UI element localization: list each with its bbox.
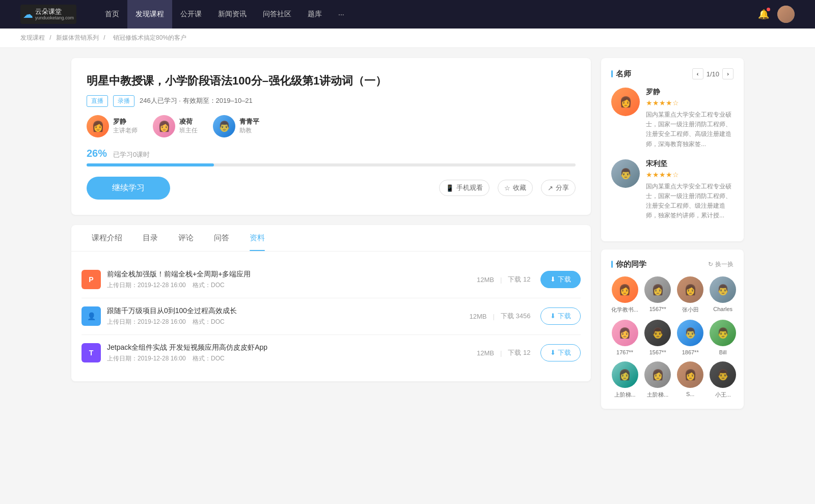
resource-size-0: 12MB: [477, 276, 494, 284]
resource-format-2: 格式：DOC: [193, 355, 225, 362]
download-button-2[interactable]: ⬇ 下载: [540, 344, 581, 361]
refresh-label: 换一换: [715, 260, 734, 269]
nav-item-home[interactable]: 首页: [97, 0, 127, 29]
teacher-role-1: 班主任: [179, 126, 198, 135]
nav-item-quiz[interactable]: 题库: [300, 0, 330, 29]
classmate-avatar-6[interactable]: 👨: [677, 320, 703, 346]
sidebar-teacher-desc-0: 国内某重点大学安全工程专业硕士，国家一级注册消防工程师、注册安全工程师、高级注册…: [646, 110, 734, 149]
breadcrumb-current: 销冠修炼术搞定80%的客户: [113, 34, 186, 41]
tab-content-resources: P 前端全栈加强版！前端全栈+全周期+多端应用 上传日期：2019-12-28 …: [71, 251, 591, 381]
share-button[interactable]: ↗ 分享: [541, 180, 576, 196]
breadcrumb-item-discover[interactable]: 发现课程: [20, 34, 45, 41]
teacher-name-2: 青青平: [239, 117, 259, 126]
sidebar-teacher-details-1: 宋利坚 ★★★★☆ 国内某重点大学安全工程专业硕士，国家一级注册消防工程师、注册…: [646, 159, 734, 221]
continue-learning-button[interactable]: 继续学习: [87, 177, 170, 200]
tab-review[interactable]: 评论: [168, 225, 204, 251]
resource-format-0: 格式：DOC: [193, 282, 225, 289]
sep-1: |: [493, 313, 494, 320]
classmate-avatar-0[interactable]: 👩: [612, 276, 638, 303]
resource-downloads-2: 下载 12: [508, 348, 530, 357]
download-button-1[interactable]: ⬇ 下载: [540, 307, 581, 325]
teacher-info-0: 罗静 主讲老师: [113, 117, 138, 135]
teacher-role-2: 助教: [239, 126, 259, 135]
resource-title-2: Jetpack全组件实战 开发短视频应用高仿皮皮虾App: [107, 343, 477, 352]
progress-percent: 26%: [87, 148, 107, 159]
refresh-icon: ↻: [708, 261, 713, 268]
breadcrumb-item-series[interactable]: 新媒体营销系列: [56, 34, 99, 41]
classmate-item-0: 👩 化学教书...: [611, 276, 638, 314]
left-column: 明星中教授课，小学阶段语法100分–强化级第1讲动词（一） 直播 录播 246人…: [71, 58, 591, 417]
classmate-avatar-1[interactable]: 👩: [644, 276, 671, 303]
teacher-name-0: 罗静: [113, 117, 138, 126]
classmate-face-3: 👨: [710, 276, 736, 303]
resource-title-1: 跟随千万级项目从0到100全过程高效成长: [107, 306, 469, 316]
classmate-avatar-2[interactable]: 👩: [677, 276, 703, 303]
nav-item-qa[interactable]: 问答社区: [255, 0, 300, 29]
sep-2: |: [500, 349, 502, 357]
teachers-prev-button[interactable]: ‹: [692, 68, 703, 79]
teacher-item-0: 👩 罗静 主讲老师: [87, 115, 138, 137]
classmate-avatar-11[interactable]: 👨: [710, 361, 736, 388]
nav-item-more[interactable]: ···: [330, 0, 352, 29]
classmate-avatar-7[interactable]: 👨: [710, 320, 736, 346]
resource-size-1: 12MB: [469, 313, 486, 320]
tab-qa[interactable]: 问答: [204, 225, 239, 251]
tabs-card: 课程介绍 目录 评论 问答 资料 P 前端全栈加强版！前端全栈+全周期+多端应用…: [71, 225, 591, 381]
teacher-avatar-1: 👩: [153, 115, 175, 137]
right-column: 名师 ‹ 1/10 › 👩 罗静 ★★★★☆ 国内某重点大学安全工程专业硕士，国…: [601, 58, 744, 417]
classmate-avatar-3[interactable]: 👨: [710, 276, 736, 303]
classmate-face-5: 👨: [644, 320, 671, 346]
resource-info-2: Jetpack全组件实战 开发短视频应用高仿皮皮虾App 上传日期：2019-1…: [107, 343, 477, 363]
resource-item: P 前端全栈加强版！前端全栈+全周期+多端应用 上传日期：2019-12-28 …: [82, 262, 581, 298]
resource-date-2: 上传日期：2019-12-28 16:00: [107, 355, 186, 362]
action-buttons: 📱 手机观看 ☆ 收藏 ↗ 分享: [439, 180, 576, 196]
course-header-card: 明星中教授课，小学阶段语法100分–强化级第1讲动词（一） 直播 录播 246人…: [71, 58, 591, 215]
nav-item-news[interactable]: 新闻资讯: [210, 0, 255, 29]
classmate-name-1: 1567**: [644, 306, 671, 312]
classmates-sidebar-card: 你的同学 ↻ 换一换 👩 化学教书... 👩 1567**: [601, 249, 744, 409]
classmate-avatar-8[interactable]: 👩: [612, 361, 638, 388]
breadcrumb-sep-1: /: [49, 34, 53, 41]
classmate-item-8: 👩 上阶梯...: [611, 361, 638, 399]
download-button-0[interactable]: ⬇ 下载: [540, 271, 581, 288]
logo-cloud-icon: ☁: [23, 8, 33, 20]
mobile-watch-button[interactable]: 📱 手机观看: [439, 180, 490, 196]
nav-item-discover[interactable]: 发现课程: [127, 0, 172, 29]
tab-catalog[interactable]: 目录: [132, 225, 168, 251]
resource-stats-1: 12MB | 下载 3456: [469, 312, 530, 321]
teacher-avatar-0: 👩: [87, 115, 109, 137]
notification-bell-icon[interactable]: 🔔: [758, 9, 769, 20]
resource-item-1: 👤 跟随千万级项目从0到100全过程高效成长 上传日期：2019-12-28 1…: [82, 298, 581, 335]
nav-item-open[interactable]: 公开课: [172, 0, 210, 29]
tab-intro[interactable]: 课程介绍: [82, 225, 132, 251]
teacher-info-2: 青青平 助教: [239, 117, 259, 135]
teachers-page: 1/10: [707, 70, 719, 78]
sep-0: |: [500, 276, 502, 284]
sidebar-teacher-stars-0: ★★★★☆: [646, 99, 734, 107]
classmate-item-4: 👩 1767**: [611, 320, 638, 355]
breadcrumb-sep-2: /: [103, 34, 107, 41]
tag-recorded: 录播: [113, 95, 134, 107]
resource-meta-0: 上传日期：2019-12-28 16:00 格式：DOC: [107, 281, 477, 290]
tab-resources[interactable]: 资料: [239, 225, 275, 251]
resource-format-1: 格式：DOC: [193, 318, 225, 325]
progress-label: 已学习0课时: [113, 151, 150, 158]
classmates-title: 你的同学: [611, 260, 646, 269]
refresh-classmates-button[interactable]: ↻ 换一换: [708, 260, 734, 269]
classmate-avatar-5[interactable]: 👨: [644, 320, 671, 346]
classmate-avatar-9[interactable]: 👩: [644, 361, 671, 388]
tag-live: 直播: [87, 95, 108, 107]
bookmark-button[interactable]: ☆ 收藏: [498, 180, 533, 196]
sidebar-teacher-stars-1: ★★★★☆: [646, 171, 734, 179]
teacher-face-1: 👩: [153, 115, 175, 137]
teachers-next-button[interactable]: ›: [722, 68, 734, 79]
classmate-item-9: 👩 土阶梯...: [644, 361, 671, 399]
classmate-avatar-10[interactable]: 👩: [677, 361, 703, 388]
logo-area[interactable]: ☁ 云朵课堂 yunduoketang.com: [20, 5, 76, 24]
user-avatar-nav[interactable]: [777, 6, 795, 23]
resource-icon-2: T: [82, 343, 101, 362]
share-icon: ↗: [548, 184, 553, 192]
classmate-avatar-4[interactable]: 👩: [612, 320, 638, 346]
logo-name: 云朵课堂: [35, 8, 74, 15]
classmate-item-11: 👨 小王...: [710, 361, 736, 399]
